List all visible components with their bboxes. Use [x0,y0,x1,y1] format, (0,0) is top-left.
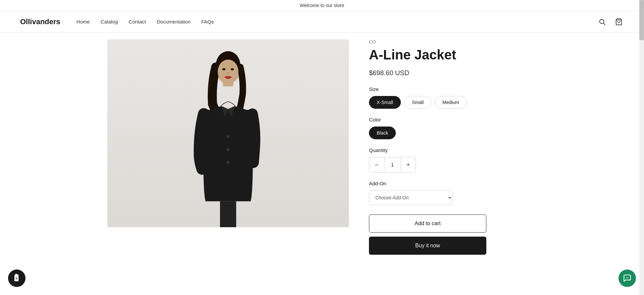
svg-point-7 [222,68,226,70]
svg-point-6 [218,60,238,84]
header: Ollivanders Home Catalog Contact Documen… [0,11,644,33]
size-xsmall[interactable]: X-Small [369,96,401,109]
search-button[interactable] [597,17,607,27]
main-nav: Home Catalog Contact Documentation FAQs [76,19,597,24]
product-details: CO A-Line Jacket $698.60 USD Size X-Smal… [369,33,537,255]
nav-faqs[interactable]: FAQs [201,19,214,24]
nav-contact[interactable]: Contact [129,19,146,24]
svg-point-11 [226,161,230,164]
svg-point-10 [226,148,230,151]
product-image [107,39,349,227]
svg-point-9 [226,135,230,138]
nav-documentation[interactable]: Documentation [157,19,191,24]
product-price: $698.60 USD [369,69,537,77]
announcement-bar: Welcome to our store [0,0,644,11]
buy-now-button[interactable]: Buy it now [369,237,486,255]
add-to-cart-button[interactable]: Add to cart [369,214,486,233]
cart-button[interactable] [614,17,624,27]
svg-line-1 [603,23,605,25]
nav-catalog[interactable]: Catalog [101,19,118,24]
product-gallery [107,33,349,255]
quantity-increase[interactable]: + [401,157,416,172]
quantity-label: Quantity [369,147,537,153]
size-small[interactable]: Small [404,96,431,109]
model-svg [171,46,285,227]
product-vendor: CO [369,39,537,44]
model-image [107,39,349,227]
product-title: A-Line Jacket [369,47,537,62]
minus-icon: − [375,161,379,168]
size-medium[interactable]: Medium [435,96,467,109]
svg-point-8 [231,68,234,70]
color-black[interactable]: Black [369,127,396,139]
logo[interactable]: Ollivanders [20,17,60,26]
main-content: CO A-Line Jacket $698.60 USD Size X-Smal… [87,33,557,255]
size-options: X-Small Small Medium [369,96,537,109]
color-options: Black [369,127,537,139]
search-icon [598,18,606,26]
color-label: Color [369,117,537,122]
quantity-value: 1 [384,157,401,172]
quantity-container: − 1 + [369,157,416,173]
addon-select[interactable]: Choose Add-On [369,190,453,205]
addon-label: Add-On [369,181,537,186]
plus-icon: + [407,161,410,168]
nav-home[interactable]: Home [76,19,90,24]
size-label: Size [369,86,537,92]
scrollbar-thumb[interactable] [639,0,644,40]
svg-rect-14 [220,201,236,227]
quantity-decrease[interactable]: − [369,157,384,172]
scrollbar[interactable] [639,0,644,255]
header-icons [597,17,624,27]
announcement-text: Welcome to our store [300,3,344,8]
cart-icon [615,18,623,26]
